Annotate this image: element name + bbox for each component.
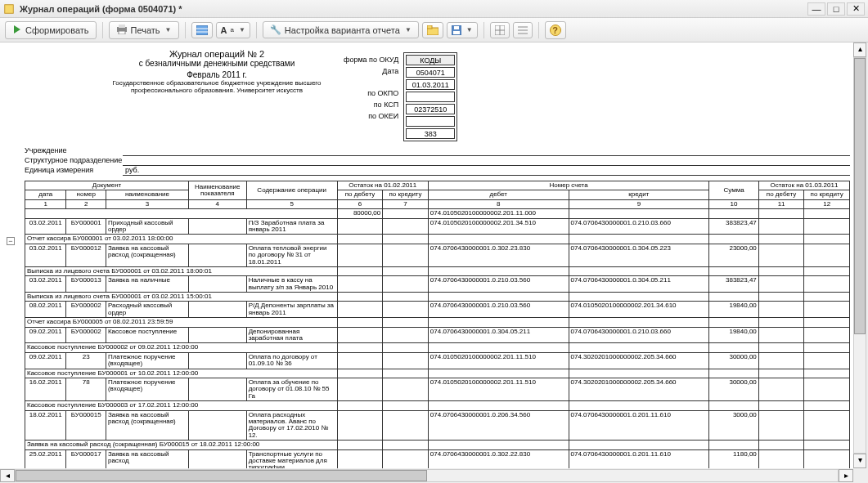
scroll-thumb[interactable] <box>16 470 427 481</box>
dropdown-icon: ▼ <box>405 26 412 34</box>
svg-rect-11 <box>454 26 459 29</box>
date-label: Дата <box>344 65 398 77</box>
printer-icon <box>116 25 128 36</box>
svg-rect-2 <box>119 25 125 28</box>
save-button[interactable]: ▼ <box>447 22 478 38</box>
separator <box>483 22 484 38</box>
settings-label: Настройка варианта отчета <box>285 25 400 35</box>
okpo-label: по ОКПО <box>344 87 398 99</box>
print-button[interactable]: Печать ▼ <box>109 21 179 39</box>
separator <box>538 22 539 38</box>
report-title: Журнал операций № 2 <box>106 49 327 59</box>
scroll-down-button[interactable]: ▾ <box>853 454 866 468</box>
separator <box>102 22 103 38</box>
unit-label: Единица измерения <box>25 166 123 176</box>
vertical-scrollbar[interactable]: ▴ ▾ <box>853 42 868 468</box>
run-report-button[interactable]: Сформировать <box>5 21 97 39</box>
report-org: Государственное образовательное бюджетно… <box>106 79 327 94</box>
scroll-up-button[interactable]: ▴ <box>853 42 866 57</box>
help-button[interactable]: ? <box>545 21 566 39</box>
codes-table: КОДЫ 0504071 01.03.2011 02372510 383 <box>403 52 457 141</box>
svg-rect-0 <box>5 4 14 13</box>
dept-label: Структурное подразделение <box>25 156 123 166</box>
window-title: Журнал операций (форма 0504071) * <box>20 4 806 14</box>
scroll-right-button[interactable]: ▸ <box>839 469 853 482</box>
horizontal-scrollbar[interactable]: ◂ ▸ <box>0 468 853 483</box>
separator <box>256 22 257 38</box>
table-view-button[interactable] <box>191 22 213 38</box>
separator <box>185 22 186 38</box>
grid-button[interactable] <box>490 22 510 38</box>
svg-rect-8 <box>427 25 432 29</box>
print-label: Печать <box>131 25 160 35</box>
play-icon <box>12 25 22 36</box>
maximize-button[interactable]: □ <box>827 2 845 16</box>
help-icon: ? <box>550 25 561 36</box>
minimize-button[interactable]: — <box>807 2 825 16</box>
close-button[interactable]: ✕ <box>847 2 865 16</box>
okei-label: по ОКЕИ <box>344 110 398 122</box>
open-button[interactable] <box>422 22 443 38</box>
report-period: Февраль 2011 г. <box>106 70 327 79</box>
scroll-thumb[interactable] <box>854 58 866 334</box>
font-button[interactable]: Aa▼ <box>216 22 250 38</box>
dropdown-icon: ▼ <box>165 26 172 34</box>
wrench-icon: 🔧 <box>270 25 281 35</box>
report-subtitle: с безналичными денежными средствами <box>106 59 327 68</box>
scroll-corner <box>853 468 868 483</box>
okud-label: форма по ОКУД <box>344 54 398 65</box>
svg-rect-3 <box>119 31 125 34</box>
list-button[interactable] <box>513 22 533 38</box>
inst-label: Учреждение <box>25 146 123 156</box>
report-area[interactable]: − Журнал операций № 2 с безналичными ден… <box>0 42 868 468</box>
collapse-toggle[interactable]: − <box>7 237 15 245</box>
scroll-left-button[interactable]: ◂ <box>0 469 15 482</box>
report-settings-button[interactable]: 🔧 Настройка варианта отчета ▼ <box>263 21 419 38</box>
svg-rect-10 <box>453 31 460 34</box>
app-icon <box>3 3 15 15</box>
svg-rect-4 <box>196 25 208 35</box>
ksp-label: по КСП <box>344 99 398 110</box>
run-report-label: Сформировать <box>25 25 89 35</box>
operations-table: Документ Наименование показателя Содержа… <box>25 181 850 468</box>
